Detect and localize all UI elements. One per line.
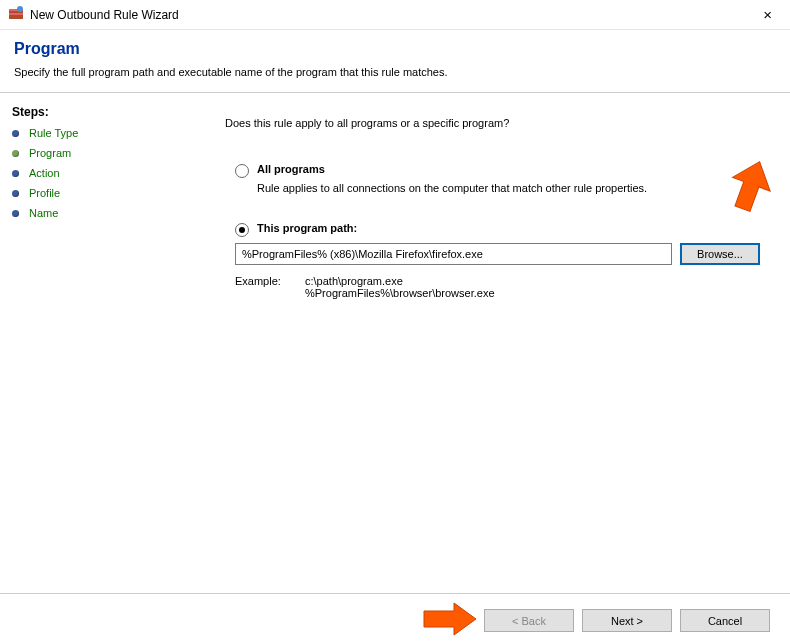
example-label: Example: bbox=[235, 275, 305, 299]
svg-marker-4 bbox=[724, 158, 779, 216]
svg-rect-2 bbox=[9, 13, 23, 15]
svg-marker-5 bbox=[424, 603, 476, 635]
all-programs-label: All programs bbox=[257, 163, 325, 175]
wizard-header: Program Specify the full program path an… bbox=[0, 30, 790, 92]
next-button[interactable]: Next > bbox=[582, 609, 672, 632]
browse-button[interactable]: Browse... bbox=[680, 243, 760, 265]
radio-this-program-path[interactable] bbox=[235, 223, 249, 237]
main-panel: Does this rule apply to all programs or … bbox=[195, 93, 790, 583]
all-programs-desc: Rule applies to all connections on the c… bbox=[257, 182, 760, 194]
steps-title: Steps: bbox=[6, 101, 189, 123]
cancel-button[interactable]: Cancel bbox=[680, 609, 770, 632]
back-button[interactable]: < Back bbox=[484, 609, 574, 632]
step-program[interactable]: Program bbox=[6, 143, 189, 163]
program-path-input[interactable] bbox=[235, 243, 672, 265]
radio-all-programs[interactable] bbox=[235, 164, 249, 178]
wizard-footer: < Back Next > Cancel bbox=[484, 609, 770, 632]
annotation-arrow-next bbox=[420, 599, 480, 639]
window-title: New Outbound Rule Wizard bbox=[30, 8, 753, 22]
this-path-label: This program path: bbox=[257, 222, 357, 234]
svg-point-3 bbox=[17, 6, 23, 12]
step-action[interactable]: Action bbox=[6, 163, 189, 183]
title-bar: New Outbound Rule Wizard × bbox=[0, 0, 790, 30]
step-profile[interactable]: Profile bbox=[6, 183, 189, 203]
step-rule-type[interactable]: Rule Type bbox=[6, 123, 189, 143]
annotation-arrow-browse bbox=[720, 158, 780, 218]
step-name[interactable]: Name bbox=[6, 203, 189, 223]
question-text: Does this rule apply to all programs or … bbox=[225, 117, 760, 129]
footer-divider bbox=[0, 593, 790, 594]
page-title: Program bbox=[14, 40, 776, 58]
example-paths: c:\path\program.exe %ProgramFiles%\brows… bbox=[305, 275, 495, 299]
page-subtitle: Specify the full program path and execut… bbox=[14, 66, 776, 78]
close-button[interactable]: × bbox=[753, 4, 782, 25]
firewall-icon bbox=[8, 5, 24, 24]
steps-sidebar: Steps: Rule Type Program Action Profile … bbox=[0, 93, 195, 583]
